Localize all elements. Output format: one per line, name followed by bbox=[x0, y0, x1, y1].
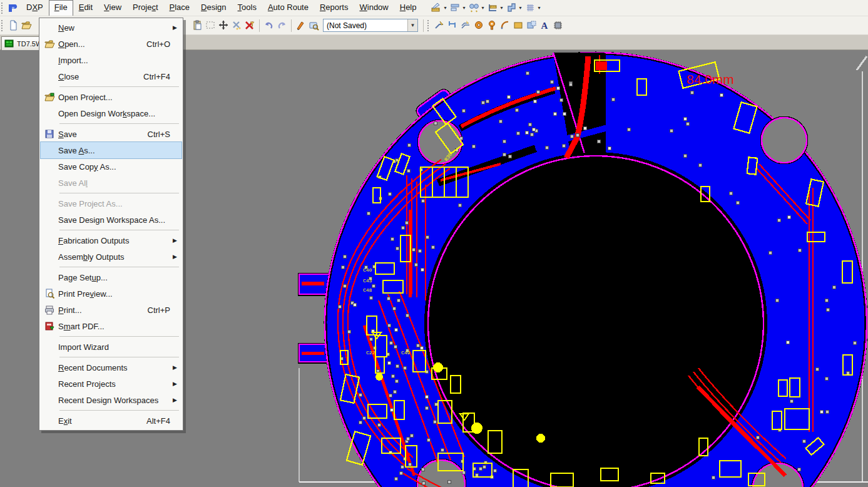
toolbar-grip-3[interactable] bbox=[427, 20, 431, 31]
menu-item-shortcut: Alt+F4 bbox=[146, 416, 181, 426]
file-menu-item-recent-projects[interactable]: Recent Projects▶ bbox=[41, 376, 181, 392]
combobox-dropdown-icon[interactable]: ▼ bbox=[407, 19, 417, 31]
menu-item-label: Save Project As... bbox=[58, 199, 181, 208]
menu-design[interactable]: Design bbox=[195, 0, 232, 16]
diff-pair-icon[interactable] bbox=[459, 19, 472, 31]
grid-icon[interactable] bbox=[524, 2, 537, 14]
submenu-arrow-icon: ▶ bbox=[173, 397, 177, 403]
menu-item-label: Open Project... bbox=[58, 93, 181, 102]
interactive-route-icon[interactable] bbox=[433, 19, 446, 31]
menu-help[interactable]: Help bbox=[394, 0, 422, 16]
svg-text:C48: C48 bbox=[363, 287, 372, 293]
toolbar-file-icons bbox=[7, 19, 33, 31]
utilities-icon[interactable] bbox=[429, 2, 442, 14]
menu-separator bbox=[59, 123, 179, 124]
highlight-pen-icon[interactable] bbox=[294, 19, 307, 31]
redo-icon[interactable] bbox=[275, 19, 288, 31]
browse-icon[interactable] bbox=[307, 19, 320, 31]
file-menu-item-page-setup[interactable]: Page Setup... bbox=[41, 269, 181, 285]
component-icon[interactable] bbox=[551, 19, 564, 31]
file-menu-item-save[interactable]: SaveCtrl+S bbox=[41, 126, 181, 142]
folder-open-icon bbox=[41, 39, 58, 49]
file-menu-item-import-wizard[interactable]: Import Wizard bbox=[41, 339, 181, 355]
arc-icon[interactable] bbox=[499, 19, 512, 31]
menu-item-label: Save Design Workspace As... bbox=[58, 215, 181, 225]
room-icon[interactable] bbox=[505, 2, 518, 14]
svg-text:C40: C40 bbox=[363, 267, 372, 273]
file-menu-item-fabrication-outputs[interactable]: Fabrication Outputs▶ bbox=[41, 232, 181, 249]
paste-icon[interactable] bbox=[191, 19, 204, 31]
menu-auto-route[interactable]: Auto Route bbox=[262, 0, 314, 16]
menubar-tool-cluster: ▾▾▾▾▾▾ bbox=[429, 2, 542, 14]
menu-reports[interactable]: Reports bbox=[314, 0, 354, 16]
fill-icon[interactable] bbox=[512, 19, 525, 31]
menu-edit[interactable]: Edit bbox=[73, 0, 98, 16]
deselect-icon[interactable] bbox=[230, 19, 243, 31]
svg-text:C43: C43 bbox=[363, 278, 372, 284]
menu-item-label: Assembly Outputs bbox=[58, 252, 181, 262]
string-icon[interactable]: A bbox=[538, 19, 551, 31]
utilities-dropdown-icon[interactable]: ▾ bbox=[444, 5, 446, 11]
open-icon[interactable] bbox=[20, 19, 33, 31]
file-menu-item-save-design-workspace-as[interactable]: Save Design Workspace As... bbox=[41, 212, 181, 228]
svg-text:C22: C22 bbox=[366, 350, 375, 356]
file-menu-item-import[interactable]: Import... bbox=[41, 52, 181, 68]
align-icon[interactable] bbox=[449, 2, 462, 14]
file-menu-item-recent-documents[interactable]: Recent Documents▶ bbox=[41, 359, 181, 376]
dimension-icon[interactable] bbox=[486, 2, 499, 14]
dxp-logo-icon bbox=[8, 3, 18, 13]
snap-grid-combobox[interactable]: (Not Saved) ▼ bbox=[323, 19, 418, 32]
menu-separator bbox=[59, 410, 179, 411]
file-menu-item-open[interactable]: Open...Ctrl+O bbox=[41, 36, 181, 52]
file-menu-item-save-as[interactable]: Save As... bbox=[41, 142, 181, 158]
find-similar-dropdown-icon[interactable]: ▾ bbox=[482, 5, 484, 11]
menu-window[interactable]: Window bbox=[354, 0, 394, 16]
via-icon[interactable] bbox=[486, 19, 499, 31]
printer-icon bbox=[41, 305, 58, 315]
align-dropdown-icon[interactable]: ▾ bbox=[463, 5, 466, 11]
file-menu-item-open-design-workspace[interactable]: Open Design Workspace... bbox=[41, 105, 181, 121]
file-menu-item-print[interactable]: Print...Ctrl+P bbox=[41, 302, 181, 318]
grid-dropdown-icon[interactable]: ▾ bbox=[538, 5, 541, 11]
clear-filter-icon[interactable] bbox=[243, 19, 257, 31]
file-menu-item-smart-pdf[interactable]: Smart PDF... bbox=[41, 318, 181, 334]
file-menu-item-close[interactable]: CloseCtrl+F4 bbox=[41, 68, 181, 85]
file-menu-item-assembly-outputs[interactable]: Assembly Outputs▶ bbox=[41, 249, 181, 265]
array-icon[interactable] bbox=[525, 19, 538, 31]
file-menu-item-print-preview[interactable]: Print Preview... bbox=[41, 285, 181, 302]
new-doc-icon[interactable] bbox=[7, 19, 20, 31]
room-dropdown-icon[interactable]: ▾ bbox=[519, 5, 522, 11]
file-menu-item-save-all[interactable]: Save All bbox=[41, 175, 181, 191]
toolbar-grip-2[interactable] bbox=[1, 20, 5, 31]
file-menu-item-new[interactable]: New▶ bbox=[41, 19, 181, 36]
find-similar-icon[interactable] bbox=[467, 2, 481, 14]
menu-item-label: Smart PDF... bbox=[58, 322, 181, 331]
menu-dxp[interactable]: DXP bbox=[21, 0, 49, 16]
menu-item-label: Recent Projects bbox=[58, 379, 181, 389]
file-menu-item-recent-design-workspaces[interactable]: Recent Design Workspaces▶ bbox=[41, 392, 181, 408]
undo-icon[interactable] bbox=[262, 19, 275, 31]
file-menu-item-exit[interactable]: ExitAlt+F4 bbox=[41, 413, 181, 429]
menu-view[interactable]: View bbox=[98, 0, 127, 16]
menu-file[interactable]: File bbox=[49, 0, 73, 16]
menu-place[interactable]: Place bbox=[164, 0, 196, 16]
toolbar-separator bbox=[291, 19, 292, 32]
menu-item-label: Open Design Workspace... bbox=[58, 109, 181, 118]
menu-tools[interactable]: Tools bbox=[232, 0, 262, 16]
file-menu-item-save-project-as[interactable]: Save Project As... bbox=[41, 195, 181, 212]
file-menu-item-open-project[interactable]: Open Project... bbox=[41, 89, 181, 105]
move-icon[interactable] bbox=[217, 19, 230, 31]
dimension-dropdown-icon[interactable]: ▾ bbox=[501, 5, 503, 11]
file-menu-item-save-copy-as[interactable]: Save Copy As... bbox=[41, 158, 181, 175]
multi-route-icon[interactable] bbox=[446, 19, 459, 31]
svg-text:C49: C49 bbox=[401, 350, 411, 356]
menu-project[interactable]: Project bbox=[127, 0, 163, 16]
submenu-arrow-icon: ▶ bbox=[173, 237, 177, 244]
menu-item-label: Page Setup... bbox=[58, 273, 181, 282]
menu-bar: DXPFileEditViewProjectPlaceDesignToolsAu… bbox=[0, 0, 868, 16]
toolbar-grip[interactable] bbox=[1, 3, 5, 14]
pad-icon[interactable] bbox=[472, 19, 486, 31]
menu-item-label: Print Preview... bbox=[58, 289, 181, 299]
menu-item-label: Close bbox=[58, 72, 143, 81]
marquee-icon[interactable] bbox=[204, 19, 217, 31]
